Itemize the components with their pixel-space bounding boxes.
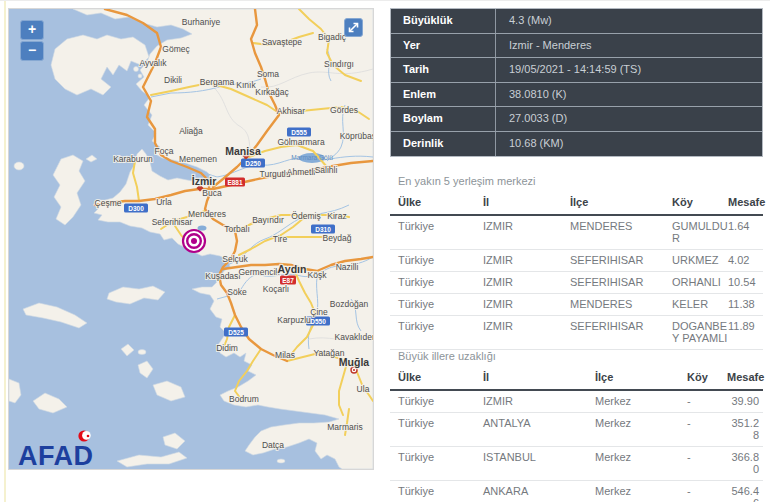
detail-row: Boylam 27.0033 (D) (391, 107, 762, 132)
map-label: Köşk (308, 270, 328, 280)
map-label: Menemen (179, 154, 217, 164)
map-label: Gölmarmara (277, 137, 325, 147)
earthquake-marker[interactable] (183, 230, 205, 252)
map-label-major: İzmir (192, 175, 217, 187)
cell: Türkiye (390, 316, 483, 350)
map-label: Marmaris (327, 422, 362, 432)
map-label-major: Manisa (225, 145, 261, 157)
cell: 10.54 (728, 272, 763, 294)
map-label: Menderes (188, 209, 226, 219)
shield-d525: D525 (224, 328, 248, 337)
cell: Merkez (595, 447, 687, 481)
detail-label: Tarih (391, 58, 496, 82)
map-label-major: Aydın (278, 263, 307, 275)
cell: - (687, 447, 727, 481)
map-label: Karaburun (113, 154, 153, 164)
map-label: Savaştepe (262, 37, 302, 47)
cell: KELER (672, 294, 728, 316)
map-label: Aliağa (179, 126, 203, 136)
cell: 39.90 (727, 390, 763, 413)
detail-row: Derinlik 10.68 (KM) (391, 132, 762, 156)
page-left-accent (4, 1, 6, 502)
cell: Türkiye (390, 272, 483, 294)
map-label: Köprübaşı (340, 131, 373, 141)
map-label: Bayındır (252, 215, 284, 225)
map-label: Kuşadası (205, 271, 240, 281)
detail-label: Derinlik (391, 132, 496, 156)
cell: MENDERES (570, 215, 672, 250)
map-label: Kavaklıdere (335, 332, 373, 342)
shield-label: D525 (228, 329, 244, 336)
detail-value: 4.3 (Mw) (496, 9, 762, 33)
map[interactable]: D555 D250 E881 D300 D310 E87 D550 D525 B… (8, 8, 374, 470)
map-label: Çine (310, 307, 328, 317)
cell: 11.38 (728, 294, 763, 316)
detail-value: 38.0810 (K) (496, 83, 762, 107)
cell: ORHANLI (672, 272, 728, 294)
map-label: Ahmetli (287, 167, 315, 177)
earthquake-details-table: Büyüklük 4.3 (Mw) Yer Izmir - Menderes T… (390, 8, 763, 157)
detail-value: 19/05/2021 - 14:14:59 (TS) (496, 58, 762, 82)
cities-table: Ülke İl İlçe Köy Mesafe Türkiye IZMIR Me… (390, 368, 763, 502)
shield-d250: D250 (241, 159, 265, 168)
map-label: Ayvalık (139, 58, 167, 68)
table-row: Türkiye ISTANBUL Merkez - 366.80 (390, 447, 763, 481)
zoom-in-button[interactable]: + (20, 20, 44, 40)
map-label: Bergama (200, 77, 235, 87)
map-label: Kırkağaç (255, 87, 289, 97)
cell: IZMIR (483, 215, 570, 250)
section-title: En yakın 5 yerleşim merkezi (398, 175, 763, 187)
cell: SEFERIHISAR (570, 250, 672, 272)
expand-icon (345, 19, 362, 36)
detail-label: Büyüklük (391, 9, 496, 33)
shield-label: D300 (128, 205, 144, 212)
map-label: Dikili (164, 75, 182, 85)
cell: DOGANBEY PAYAMLI (672, 316, 728, 350)
cell: Merkez (595, 413, 687, 447)
major-cities-section: Büyük illere uzaklığı Ülke İl İlçe Köy M… (390, 350, 763, 502)
cell: ANKARA (483, 481, 595, 502)
detail-label: Yer (391, 34, 496, 58)
map-label: Bigadiç (318, 32, 347, 42)
cell: 1.64 (728, 215, 763, 250)
detail-value: Izmir - Menderes (496, 34, 762, 58)
map-canvas: D555 D250 E881 D300 D310 E87 D550 D525 B… (9, 9, 373, 469)
expand-button[interactable] (344, 18, 363, 37)
column-header: İlçe (595, 368, 687, 390)
map-label: Ula (357, 384, 370, 394)
map-label: Didim (216, 343, 238, 353)
map-label: Soma (257, 69, 279, 79)
map-label: Söke (227, 287, 247, 297)
map-label: Gördes (330, 105, 358, 115)
cell: 351.28 (727, 413, 763, 447)
cell: Türkiye (390, 294, 483, 316)
map-label: Beydağ (323, 233, 352, 243)
section-title: Büyük illere uzaklığı (398, 350, 763, 362)
page: { "colors": { "sea": "#a7c0df", "land": … (0, 0, 770, 502)
map-label-major: Muğla (339, 356, 369, 368)
shield-d300: D300 (124, 204, 148, 213)
column-header: Ülke (390, 193, 483, 215)
cell: URKMEZ (672, 250, 728, 272)
shield-label: D310 (315, 226, 331, 233)
map-label: Nazilli (336, 262, 359, 272)
cell: IZMIR (483, 272, 570, 294)
cell: Türkiye (390, 481, 483, 502)
table-row: Türkiye IZMIR MENDERES KELER 11.38 (390, 294, 763, 316)
map-label: Karpuzlu (277, 315, 311, 325)
column-header: İlçe (570, 193, 672, 215)
cell: - (687, 413, 727, 447)
cell: IZMIR (483, 250, 570, 272)
map-label: Tire (273, 234, 288, 244)
map-label: Urla (156, 197, 172, 207)
column-header: Ülke (390, 368, 483, 390)
zoom-out-button[interactable]: − (20, 41, 44, 61)
column-header: Köy (687, 368, 727, 390)
cell: Türkiye (390, 390, 483, 413)
cell: IZMIR (483, 294, 570, 316)
map-label: Bozdoğan (330, 299, 369, 309)
shield-label: D555 (291, 129, 307, 136)
column-header: Mesafe (728, 193, 763, 215)
cell: 366.80 (727, 447, 763, 481)
table-header-row: Ülke İl İlçe Köy Mesafe (390, 368, 763, 390)
